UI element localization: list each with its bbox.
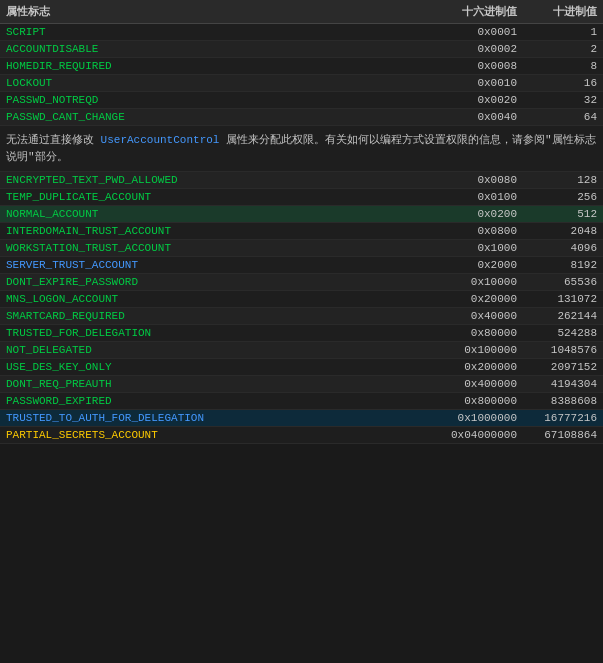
row-dec-value: 8192 <box>517 259 597 271</box>
row-attribute-name: PASSWD_CANT_CHANGE <box>6 111 417 123</box>
row-dec-value: 8 <box>517 60 597 72</box>
table-row: INTERDOMAIN_TRUST_ACCOUNT 0x0800 2048 <box>0 223 603 240</box>
row-hex-value: 0x1000 <box>417 242 517 254</box>
table-row: HOMEDIR_REQUIRED 0x0008 8 <box>0 58 603 75</box>
row-attribute-name: TRUSTED_TO_AUTH_FOR_DELEGATION <box>6 412 417 424</box>
row-dec-value: 64 <box>517 111 597 123</box>
row-dec-value: 4194304 <box>517 378 597 390</box>
table-row: TEMP_DUPLICATE_ACCOUNT 0x0100 256 <box>0 189 603 206</box>
row-hex-value: 0x20000 <box>417 293 517 305</box>
row-hex-value: 0x0002 <box>417 43 517 55</box>
row-dec-value: 8388608 <box>517 395 597 407</box>
row-hex-value: 0x0080 <box>417 174 517 186</box>
row-attribute-name: WORKSTATION_TRUST_ACCOUNT <box>6 242 417 254</box>
table-row: MNS_LOGON_ACCOUNT 0x20000 131072 <box>0 291 603 308</box>
row-attribute-name: SCRIPT <box>6 26 417 38</box>
row-hex-value: 0x0020 <box>417 94 517 106</box>
table-row: USE_DES_KEY_ONLY 0x200000 2097152 <box>0 359 603 376</box>
row-dec-value: 16 <box>517 77 597 89</box>
row-dec-value: 65536 <box>517 276 597 288</box>
table-row: LOCKOUT 0x0010 16 <box>0 75 603 92</box>
row-hex-value: 0x80000 <box>417 327 517 339</box>
table-row: SCRIPT 0x0001 1 <box>0 24 603 41</box>
notice-text: 无法通过直接修改 UserAccountControl 属性来分配此权限。有关如… <box>0 126 603 172</box>
row-dec-value: 262144 <box>517 310 597 322</box>
row-hex-value: 0x0040 <box>417 111 517 123</box>
table-body: SCRIPT 0x0001 1 ACCOUNTDISABLE 0x0002 2 … <box>0 24 603 444</box>
row-dec-value: 2 <box>517 43 597 55</box>
table-row: SMARTCARD_REQUIRED 0x40000 262144 <box>0 308 603 325</box>
header-name: 属性标志 <box>6 4 417 19</box>
header-hex: 十六进制值 <box>417 4 517 19</box>
table-row: ENCRYPTED_TEXT_PWD_ALLOWED 0x0080 128 <box>0 172 603 189</box>
row-dec-value: 512 <box>517 208 597 220</box>
row-dec-value: 1048576 <box>517 344 597 356</box>
row-attribute-name: DONT_EXPIRE_PASSWORD <box>6 276 417 288</box>
table-row: DONT_EXPIRE_PASSWORD 0x10000 65536 <box>0 274 603 291</box>
row-attribute-name: PASSWD_NOTREQD <box>6 94 417 106</box>
table-row: PARTIAL_SECRETS_ACCOUNT 0x04000000 67108… <box>0 427 603 444</box>
table-row: PASSWD_CANT_CHANGE 0x0040 64 <box>0 109 603 126</box>
row-attribute-name: PARTIAL_SECRETS_ACCOUNT <box>6 429 417 441</box>
row-hex-value: 0x10000 <box>417 276 517 288</box>
table-row: TRUSTED_TO_AUTH_FOR_DELEGATION 0x1000000… <box>0 410 603 427</box>
row-dec-value: 256 <box>517 191 597 203</box>
notice-link[interactable]: UserAccountControl <box>101 134 220 146</box>
row-hex-value: 0x04000000 <box>417 429 517 441</box>
table-row: NOT_DELEGATED 0x100000 1048576 <box>0 342 603 359</box>
row-attribute-name: PASSWORD_EXPIRED <box>6 395 417 407</box>
row-dec-value: 2048 <box>517 225 597 237</box>
row-dec-value: 2097152 <box>517 361 597 373</box>
row-hex-value: 0x0800 <box>417 225 517 237</box>
row-attribute-name: DONT_REQ_PREAUTH <box>6 378 417 390</box>
table-row: WORKSTATION_TRUST_ACCOUNT 0x1000 4096 <box>0 240 603 257</box>
row-dec-value: 67108864 <box>517 429 597 441</box>
row-attribute-name: ENCRYPTED_TEXT_PWD_ALLOWED <box>6 174 417 186</box>
table-row: ACCOUNTDISABLE 0x0002 2 <box>0 41 603 58</box>
row-hex-value: 0x1000000 <box>417 412 517 424</box>
row-attribute-name: USE_DES_KEY_ONLY <box>6 361 417 373</box>
table-row: DONT_REQ_PREAUTH 0x400000 4194304 <box>0 376 603 393</box>
attributes-table: 属性标志 十六进制值 十进制值 SCRIPT 0x0001 1 ACCOUNTD… <box>0 0 603 444</box>
row-hex-value: 0x40000 <box>417 310 517 322</box>
row-attribute-name: INTERDOMAIN_TRUST_ACCOUNT <box>6 225 417 237</box>
row-hex-value: 0x200000 <box>417 361 517 373</box>
row-hex-value: 0x0010 <box>417 77 517 89</box>
row-attribute-name: TRUSTED_FOR_DELEGATION <box>6 327 417 339</box>
row-attribute-name: NOT_DELEGATED <box>6 344 417 356</box>
row-attribute-name: SMARTCARD_REQUIRED <box>6 310 417 322</box>
row-dec-value: 131072 <box>517 293 597 305</box>
row-attribute-name: HOMEDIR_REQUIRED <box>6 60 417 72</box>
row-hex-value: 0x2000 <box>417 259 517 271</box>
row-attribute-name: LOCKOUT <box>6 77 417 89</box>
row-hex-value: 0x0001 <box>417 26 517 38</box>
row-hex-value: 0x100000 <box>417 344 517 356</box>
row-dec-value: 32 <box>517 94 597 106</box>
header-dec: 十进制值 <box>517 4 597 19</box>
row-hex-value: 0x400000 <box>417 378 517 390</box>
table-row: TRUSTED_FOR_DELEGATION 0x80000 524288 <box>0 325 603 342</box>
row-attribute-name: SERVER_TRUST_ACCOUNT <box>6 259 417 271</box>
row-attribute-name: TEMP_DUPLICATE_ACCOUNT <box>6 191 417 203</box>
row-hex-value: 0x800000 <box>417 395 517 407</box>
row-dec-value: 4096 <box>517 242 597 254</box>
table-row: NORMAL_ACCOUNT 0x0200 512 <box>0 206 603 223</box>
row-dec-value: 1 <box>517 26 597 38</box>
row-attribute-name: MNS_LOGON_ACCOUNT <box>6 293 417 305</box>
row-hex-value: 0x0200 <box>417 208 517 220</box>
row-hex-value: 0x0008 <box>417 60 517 72</box>
row-attribute-name: NORMAL_ACCOUNT <box>6 208 417 220</box>
row-dec-value: 524288 <box>517 327 597 339</box>
table-row: SERVER_TRUST_ACCOUNT 0x2000 8192 <box>0 257 603 274</box>
row-dec-value: 16777216 <box>517 412 597 424</box>
row-dec-value: 128 <box>517 174 597 186</box>
row-hex-value: 0x0100 <box>417 191 517 203</box>
row-attribute-name: ACCOUNTDISABLE <box>6 43 417 55</box>
table-header: 属性标志 十六进制值 十进制值 <box>0 0 603 24</box>
table-row: PASSWD_NOTREQD 0x0020 32 <box>0 92 603 109</box>
table-row: PASSWORD_EXPIRED 0x800000 8388608 <box>0 393 603 410</box>
